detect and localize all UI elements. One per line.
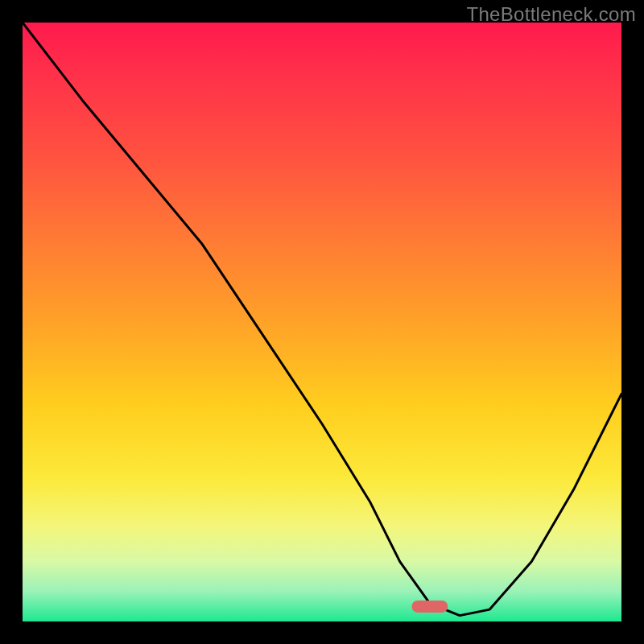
optimal-marker: [412, 601, 448, 613]
plot-area: [23, 23, 621, 621]
chart-frame: TheBottleneck.com: [0, 0, 644, 644]
bottleneck-curve: [23, 23, 621, 616]
chart-overlay: [23, 23, 621, 621]
